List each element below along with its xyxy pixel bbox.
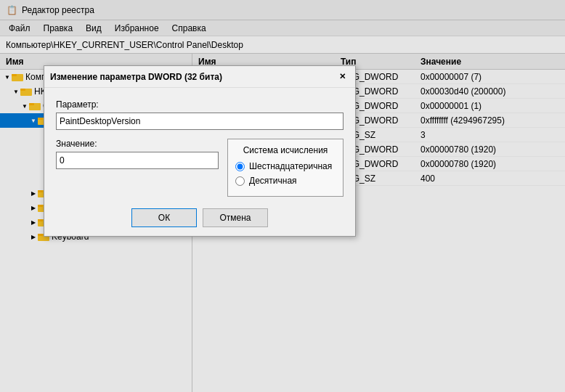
numbase-section: Система исчисления Шестнадцатеричная Дес…: [227, 139, 344, 197]
radio-hex[interactable]: [235, 162, 245, 171]
value-section: Значение:: [56, 139, 219, 197]
dialog-overlay: Изменение параметра DWORD (32 бита) ✕ Па…: [0, 0, 565, 392]
radio-dec[interactable]: [235, 176, 245, 186]
ok-button[interactable]: ОК: [131, 208, 197, 227]
radio-dec-text: Десятичная: [249, 176, 297, 186]
dialog-title: Изменение параметра DWORD (32 бита): [50, 72, 222, 82]
value-input[interactable]: [56, 152, 219, 169]
dialog-dword: Изменение параметра DWORD (32 бита) ✕ Па…: [44, 65, 356, 237]
dialog-row: Значение: Система исчисления Шестнадцате…: [56, 139, 344, 197]
dialog-title-bar: Изменение параметра DWORD (32 бита) ✕: [44, 66, 355, 88]
radio-hex-label[interactable]: Шестнадцатеричная: [235, 161, 336, 171]
dialog-close-button[interactable]: ✕: [335, 70, 349, 84]
numbase-title: Система исчисления: [235, 145, 336, 155]
param-label: Параметр:: [56, 99, 344, 110]
radio-dec-label[interactable]: Десятичная: [235, 176, 336, 186]
param-input[interactable]: [56, 113, 344, 130]
cancel-button[interactable]: Отмена: [203, 208, 268, 227]
value-label: Значение:: [56, 139, 219, 149]
radio-hex-text: Шестнадцатеричная: [249, 161, 332, 171]
dialog-buttons: ОК Отмена: [56, 208, 344, 227]
dialog-body: Параметр: Значение: Система исчисления Ш…: [44, 88, 355, 236]
